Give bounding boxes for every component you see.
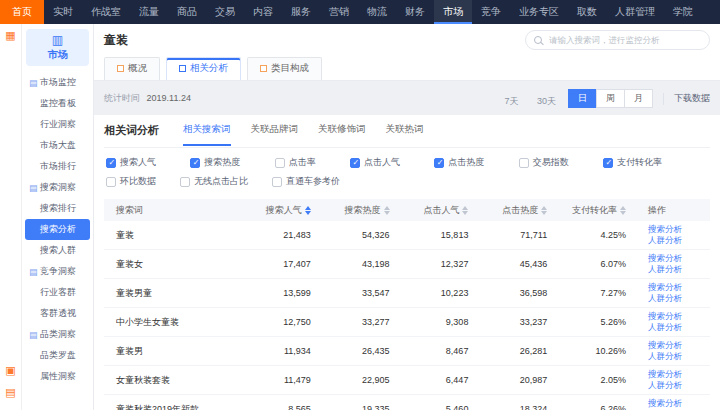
- search-analysis-link[interactable]: 搜索分析: [648, 398, 710, 409]
- word-type-tab[interactable]: 关联热词: [386, 123, 424, 145]
- crowd-analysis-link[interactable]: 人群分析: [648, 235, 710, 246]
- sidebar-item[interactable]: ▤ 品类洞察: [22, 324, 93, 345]
- topnav-item[interactable]: 流量: [130, 0, 168, 24]
- crowd-analysis-link[interactable]: 人群分析: [648, 264, 710, 275]
- cell-search-word[interactable]: 中小学生女童装: [104, 316, 254, 329]
- download-data-button[interactable]: 下载数据: [674, 92, 710, 105]
- checkbox-icon[interactable]: [180, 177, 190, 187]
- sort-icon[interactable]: [541, 206, 547, 215]
- crowd-analysis-link[interactable]: 人群分析: [648, 293, 710, 304]
- sidebar-item[interactable]: 行业洞察: [22, 114, 93, 135]
- search-analysis-link[interactable]: 搜索分析: [648, 311, 710, 322]
- metric-option[interactable]: 搜索人气: [106, 156, 156, 169]
- topnav-item[interactable]: 服务: [282, 0, 320, 24]
- sidebar-item[interactable]: 市场排行: [22, 156, 93, 177]
- cell-search-word[interactable]: 童装女: [104, 258, 254, 271]
- sidebar-module-market[interactable]: ▥ 市场: [26, 29, 89, 66]
- table-column-header[interactable]: 操作: [648, 204, 710, 217]
- topnav-item[interactable]: 商品: [168, 0, 206, 24]
- page-tab[interactable]: 相关分析: [166, 57, 241, 80]
- topnav-item[interactable]: 首页: [0, 0, 44, 24]
- topnav-item[interactable]: 人群管理: [606, 0, 664, 24]
- sort-icon[interactable]: [462, 206, 468, 215]
- search-analysis-link[interactable]: 搜索分析: [648, 253, 710, 264]
- topnav-item[interactable]: 业务专区: [510, 0, 568, 24]
- sort-icon[interactable]: [620, 206, 626, 215]
- crowd-analysis-link[interactable]: 人群分析: [648, 351, 710, 362]
- metric-option[interactable]: 交易指数: [519, 156, 569, 169]
- checkbox-icon[interactable]: [519, 158, 529, 168]
- checkbox-icon[interactable]: [275, 158, 285, 168]
- metric-option[interactable]: 点击热度: [434, 156, 484, 169]
- table-column-header[interactable]: 搜索人气: [254, 204, 333, 217]
- page-tab[interactable]: 类目构成: [247, 57, 322, 80]
- range-button[interactable]: 30天: [530, 96, 563, 106]
- crowd-analysis-link[interactable]: 人群分析: [648, 380, 710, 391]
- checkbox-icon[interactable]: [106, 177, 116, 187]
- table-column-header[interactable]: 点击热度: [490, 204, 569, 217]
- helper-icon-2[interactable]: ▤: [5, 387, 15, 398]
- checkbox-icon[interactable]: [272, 177, 282, 187]
- sidebar-item[interactable]: ▤ 搜索洞察: [22, 177, 93, 198]
- extra-option[interactable]: 直通车参考价: [272, 175, 340, 188]
- cell-search-word[interactable]: 童装男童: [104, 287, 254, 300]
- checkbox-icon[interactable]: [434, 158, 444, 168]
- range-button[interactable]: 7天: [498, 96, 526, 106]
- keyword-search-box[interactable]: [525, 30, 710, 50]
- checkbox-icon[interactable]: [350, 158, 360, 168]
- topnav-item[interactable]: 营销: [320, 0, 358, 24]
- granularity-button[interactable]: 周: [596, 89, 625, 108]
- checkbox-icon[interactable]: [106, 158, 116, 168]
- word-type-tab[interactable]: 关联修饰词: [318, 123, 366, 145]
- checkbox-icon[interactable]: [190, 158, 200, 168]
- sidebar-item[interactable]: 搜索人群: [22, 240, 93, 261]
- page-tab[interactable]: 概况: [104, 57, 160, 80]
- search-analysis-link[interactable]: 搜索分析: [648, 282, 710, 293]
- table-column-header[interactable]: 搜索词: [104, 204, 254, 217]
- word-type-tab[interactable]: 相关搜索词: [183, 123, 231, 145]
- granularity-button[interactable]: 月: [624, 89, 653, 108]
- metric-option[interactable]: 支付转化率: [603, 156, 662, 169]
- metric-option[interactable]: 点击率: [275, 156, 316, 169]
- cell-search-word[interactable]: 女童秋装套装: [104, 374, 254, 387]
- table-column-header[interactable]: 点击人气: [412, 204, 491, 217]
- extra-option[interactable]: 无线点击占比: [180, 175, 248, 188]
- crowd-analysis-link[interactable]: 人群分析: [648, 322, 710, 333]
- search-analysis-link[interactable]: 搜索分析: [648, 340, 710, 351]
- sidebar-item[interactable]: 行业客群: [22, 282, 93, 303]
- checkbox-icon[interactable]: [603, 158, 613, 168]
- sort-icon[interactable]: [384, 206, 390, 215]
- table-column-header[interactable]: 搜索热度: [333, 204, 412, 217]
- sidebar-item[interactable]: 搜索分析: [25, 219, 90, 240]
- topnav-item[interactable]: 市场: [434, 0, 472, 24]
- search-analysis-link[interactable]: 搜索分析: [648, 224, 710, 235]
- table-column-header[interactable]: 支付转化率: [569, 204, 648, 217]
- cell-search-word[interactable]: 童装: [104, 229, 254, 242]
- sidebar-item[interactable]: 市场大盘: [22, 135, 93, 156]
- topnav-item[interactable]: 取数: [568, 0, 606, 24]
- topnav-item[interactable]: 财务: [396, 0, 434, 24]
- sidebar-item[interactable]: ▤ 市场监控: [22, 72, 93, 93]
- search-input[interactable]: [549, 35, 701, 45]
- cell-search-word[interactable]: 童装男: [104, 345, 254, 358]
- sidebar-item[interactable]: 搜索排行: [22, 198, 93, 219]
- topnav-item[interactable]: 交易: [206, 0, 244, 24]
- helper-icon-1[interactable]: ▣: [5, 365, 15, 376]
- topnav-item[interactable]: 学院: [664, 0, 702, 24]
- sort-icon[interactable]: [305, 206, 311, 215]
- sidebar-item[interactable]: 属性洞察: [22, 366, 93, 387]
- topnav-item[interactable]: 实时: [44, 0, 82, 24]
- topnav-item[interactable]: 内容: [244, 0, 282, 24]
- word-type-tab[interactable]: 关联品牌词: [251, 123, 299, 145]
- granularity-button[interactable]: 日: [568, 89, 597, 108]
- sidebar-item[interactable]: 品类罗盘: [22, 345, 93, 366]
- metric-option[interactable]: 搜索热度: [190, 156, 240, 169]
- topnav-item[interactable]: 物流: [358, 0, 396, 24]
- rail-home-icon[interactable]: ▦: [5, 30, 15, 41]
- cell-search-word[interactable]: 童装秋装2019年新款: [104, 403, 254, 410]
- extra-option[interactable]: 环比数据: [106, 175, 156, 188]
- topnav-item[interactable]: 作战室: [82, 0, 130, 24]
- metric-option[interactable]: 点击人气: [350, 156, 400, 169]
- sidebar-item[interactable]: ▤ 竞争洞察: [22, 261, 93, 282]
- sidebar-item[interactable]: 客群透视: [22, 303, 93, 324]
